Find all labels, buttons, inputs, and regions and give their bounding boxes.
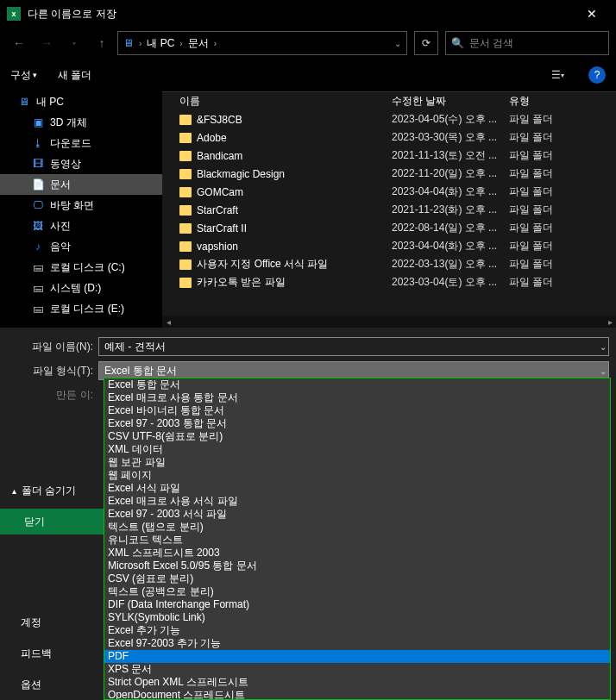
folder-icon — [179, 115, 192, 125]
sidebar-item-label: 사진 — [50, 219, 71, 234]
new-folder-button[interactable]: 새 폴더 — [58, 68, 91, 83]
filetype-option[interactable]: Excel 매크로 사용 통합 문서 — [104, 391, 610, 404]
chevron-down-icon: ▾ — [33, 71, 37, 79]
filetype-option[interactable]: XPS 문서 — [104, 663, 610, 676]
filetype-option[interactable]: DIF (Data Interchange Format) — [104, 598, 610, 611]
options-link[interactable]: 옵션 — [0, 669, 104, 700]
author-label: 만든 이: — [7, 388, 98, 403]
help-button[interactable]: ? — [588, 66, 606, 84]
sidebar-item[interactable]: 🖼사진 — [0, 216, 162, 236]
sidebar-item[interactable]: ⭳다운로드 — [0, 133, 162, 153]
filetype-option[interactable]: 텍스트 (탭으로 분리) — [104, 521, 610, 534]
filetype-option[interactable]: Excel 매크로 사용 서식 파일 — [104, 495, 610, 508]
filetype-option[interactable]: Excel 97-2003 추가 기능 — [104, 637, 610, 650]
titlebar: x 다른 이름으로 저장 ✕ — [0, 0, 616, 28]
filetype-option[interactable]: 유니코드 텍스트 — [104, 534, 610, 547]
search-input[interactable]: 🔍 문서 검색 — [445, 31, 609, 55]
organize-menu[interactable]: 구성 ▾ — [10, 68, 37, 83]
close-icon[interactable]: ✕ — [575, 0, 609, 28]
file-row[interactable]: Bandicam2021-11-13(토) 오전 ...파일 폴더 — [162, 147, 616, 165]
sidebar-item[interactable]: 🖵바탕 화면 — [0, 195, 162, 216]
file-row[interactable]: vapshion2023-04-04(화) 오후 ...파일 폴더 — [162, 237, 616, 255]
file-row[interactable]: GOMCam2023-04-04(화) 오후 ...파일 폴더 — [162, 183, 616, 201]
recent-dropdown[interactable]: ▾ — [62, 31, 86, 55]
close-panel-button[interactable]: 닫기 — [0, 509, 104, 534]
file-row[interactable]: StarCraft II2022-08-14(일) 오후 ...파일 폴더 — [162, 219, 616, 237]
folder-icon — [179, 259, 192, 270]
chevron-right-icon: › — [214, 39, 217, 48]
column-name[interactable]: 이름 — [162, 94, 392, 109]
filetype-option[interactable]: XML 데이터 — [104, 443, 610, 456]
forward-button[interactable]: → — [35, 31, 59, 55]
sidebar-item-label: 음악 — [50, 240, 71, 254]
folder-icon: ▣ — [31, 116, 45, 129]
file-row[interactable]: 사용자 지정 Office 서식 파일2022-03-13(일) 오후 ...파… — [162, 255, 616, 273]
file-name: vapshion — [197, 241, 238, 253]
chevron-down-icon[interactable]: ⌄ — [600, 366, 607, 376]
filetype-option[interactable]: Excel 서식 파일 — [104, 482, 610, 495]
column-type[interactable]: 유형 — [509, 94, 616, 109]
file-row[interactable]: StarCraft2021-11-23(화) 오후 ...파일 폴더 — [162, 201, 616, 219]
filetype-option[interactable]: 웹 페이지 — [104, 469, 610, 482]
sidebar-item[interactable]: 🖴로컬 디스크 (E:) — [0, 298, 162, 319]
sidebar-item[interactable]: 📄문서 — [0, 174, 162, 195]
filetype-option[interactable]: Excel 97 - 2003 통합 문서 — [104, 417, 610, 430]
sidebar-item[interactable]: 🎞동영상 — [0, 153, 162, 174]
filetype-option[interactable]: Excel 통합 문서 — [104, 378, 610, 391]
filetype-dropdown[interactable]: Excel 통합 문서Excel 매크로 사용 통합 문서Excel 바이너리 … — [104, 378, 611, 700]
filetype-option[interactable]: SYLK(Symbolic Link) — [104, 611, 610, 624]
file-row[interactable]: Adobe2023-03-30(목) 오후 ...파일 폴더 — [162, 128, 616, 147]
horizontal-scrollbar[interactable]: ◂ ▸ — [162, 316, 616, 328]
scroll-right-icon[interactable]: ▸ — [604, 316, 616, 328]
sidebar-item[interactable]: 🖥내 PC — [0, 91, 162, 112]
back-button[interactable]: ← — [7, 31, 31, 55]
account-link[interactable]: 계정 — [0, 607, 104, 638]
address-bar[interactable]: 🖥 › 내 PC › 문서 › ⌄ — [117, 31, 407, 55]
breadcrumb[interactable]: 문서 — [188, 36, 209, 51]
hide-folders-button[interactable]: ▴ 폴더 숨기기 — [0, 478, 104, 503]
filetype-option[interactable]: Excel 바이너리 통합 문서 — [104, 404, 610, 417]
filetype-option[interactable]: Microsoft Excel 5.0/95 통합 문서 — [104, 559, 610, 572]
breadcrumb[interactable]: 내 PC — [147, 36, 174, 51]
chevron-right-icon: › — [179, 39, 182, 48]
file-row[interactable]: Blackmagic Design2022-11-20(일) 오후 ...파일 … — [162, 165, 616, 183]
column-date[interactable]: 수정한 날짜 — [392, 94, 509, 109]
filetype-option[interactable]: Excel 97 - 2003 서식 파일 — [104, 508, 610, 521]
chevron-down-icon[interactable]: ⌄ — [600, 342, 607, 352]
filetype-option[interactable]: Excel 추가 기능 — [104, 624, 610, 637]
file-row[interactable]: &FSJ8CB2023-04-05(수) 오후 ...파일 폴더 — [162, 110, 616, 128]
folder-icon — [179, 223, 192, 234]
sidebar-item[interactable]: ▣3D 개체 — [0, 112, 162, 133]
filetype-option[interactable]: XML 스프레드시트 2003 — [104, 547, 610, 559]
filename-input[interactable]: 예제 - 견적서 ⌄ — [98, 337, 609, 356]
filetype-option[interactable]: 텍스트 (공백으로 분리) — [104, 585, 610, 598]
backstage-nav: 계정 피드백 옵션 — [0, 607, 104, 700]
feedback-link[interactable]: 피드백 — [0, 638, 104, 669]
up-button[interactable]: ↑ — [90, 31, 114, 55]
view-mode-button[interactable]: ☰ ▾ — [547, 65, 568, 85]
folder-icon: 🖼 — [31, 219, 45, 233]
scroll-left-icon[interactable]: ◂ — [162, 316, 174, 328]
filetype-option[interactable]: Strict Open XML 스프레드시트 — [104, 676, 610, 689]
sidebar-item-label: 시스템 (D:) — [50, 281, 101, 296]
file-date: 2022-03-13(일) 오후 ... — [392, 257, 509, 272]
filetype-option[interactable]: OpenDocument 스프레드시트 — [104, 689, 610, 700]
folder-icon: 🖵 — [31, 198, 45, 212]
sidebar-item[interactable]: 🖴시스템 (D:) — [0, 278, 162, 298]
filetype-option[interactable]: CSV UTF-8(쉼표로 분리) — [104, 430, 610, 443]
file-row[interactable]: 카카오톡 받은 파일2023-03-04(토) 오후 ...파일 폴더 — [162, 273, 616, 291]
sidebar-item[interactable]: 🖴로컬 디스크 (C:) — [0, 257, 162, 278]
chevron-down-icon[interactable]: ⌄ — [394, 39, 401, 48]
pc-icon: 🖥 — [123, 37, 134, 49]
filename-label: 파일 이름(N): — [7, 340, 98, 354]
sidebar-item[interactable]: ♪음악 — [0, 236, 162, 257]
refresh-button[interactable]: ⟳ — [414, 31, 438, 55]
file-name: StarCraft II — [197, 222, 247, 234]
chevron-up-icon: ▴ — [12, 486, 16, 496]
sidebar-item-label: 문서 — [50, 178, 71, 192]
filetype-option[interactable]: CSV (쉼표로 분리) — [104, 572, 610, 585]
file-name: &FSJ8CB — [197, 114, 242, 126]
filetype-option[interactable]: 웹 보관 파일 — [104, 456, 610, 469]
filetype-option[interactable]: PDF — [104, 650, 610, 663]
file-date: 2021-11-13(토) 오전 ... — [392, 148, 509, 163]
